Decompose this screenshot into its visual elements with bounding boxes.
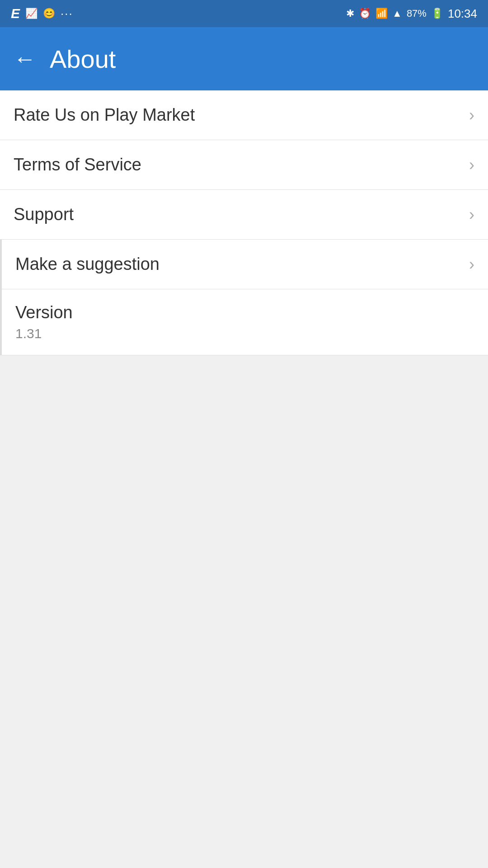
app-letter-icon: E [11, 6, 20, 21]
app-bar: ← About [0, 27, 488, 90]
bluetooth-icon: ✱ [346, 8, 354, 19]
content-area: Rate Us on Play Market › Terms of Servic… [0, 90, 488, 868]
rate-us-item[interactable]: Rate Us on Play Market › [0, 90, 488, 140]
support-label: Support [14, 205, 74, 224]
make-suggestion-label: Make a suggestion [15, 255, 160, 274]
status-bar-right: ✱ ⏰ 📶 ▲ 87% 🔋 10:34 [346, 7, 477, 21]
support-item[interactable]: Support › [0, 190, 488, 240]
signal-icon: ▲ [392, 8, 402, 19]
status-bar: E 📈 😊 ··· ✱ ⏰ 📶 ▲ 87% 🔋 10:34 [0, 0, 488, 27]
version-item: Version 1.31 [0, 289, 488, 355]
version-label: Version [15, 303, 474, 322]
more-icon: ··· [61, 7, 73, 21]
terms-of-service-item[interactable]: Terms of Service › [0, 140, 488, 190]
menu-list: Rate Us on Play Market › Terms of Servic… [0, 90, 488, 355]
clock: 10:34 [448, 7, 477, 21]
version-number: 1.31 [15, 326, 474, 341]
battery-icon: 🔋 [431, 8, 443, 19]
battery-percentage: 87% [407, 8, 427, 19]
wifi-icon: 📶 [375, 8, 388, 19]
support-chevron-icon: › [469, 205, 474, 224]
back-button[interactable]: ← [14, 47, 36, 70]
make-suggestion-item[interactable]: Make a suggestion › [0, 240, 488, 289]
page-title: About [50, 44, 116, 74]
status-bar-left: E 📈 😊 ··· [11, 6, 73, 21]
terms-chevron-icon: › [469, 156, 474, 175]
smiley-icon: 😊 [43, 8, 55, 19]
rate-us-chevron-icon: › [469, 106, 474, 125]
chart-icon: 📈 [25, 8, 38, 19]
terms-of-service-label: Terms of Service [14, 155, 141, 175]
suggestion-chevron-icon: › [469, 255, 474, 274]
rate-us-label: Rate Us on Play Market [14, 105, 195, 125]
alarm-icon: ⏰ [359, 8, 371, 19]
